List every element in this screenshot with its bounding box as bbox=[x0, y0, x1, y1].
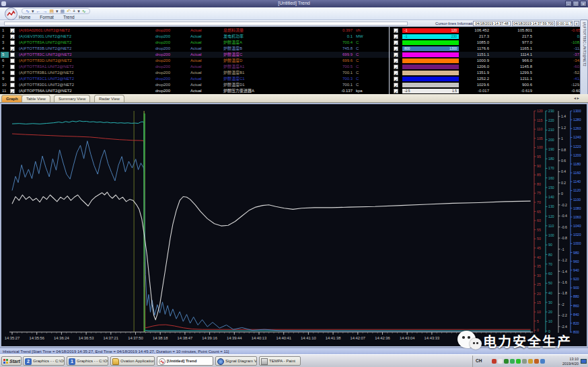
side-panel-tab[interactable]: (A)FTOTT83C.UNIT2@NET2 bbox=[580, 19, 588, 106]
scale-checkbox[interactable]: ✓ bbox=[394, 34, 398, 39]
tray-icon-flag[interactable] bbox=[498, 359, 503, 364]
table-icon[interactable]: ▦ bbox=[61, 9, 65, 14]
cursor-delta-field[interactable]: 0:00:11.7 bbox=[556, 21, 573, 26]
table-row[interactable]: 11✓(A)FTOPT56A.UNIT2@NET2drop200Actual炉膛… bbox=[0, 88, 588, 94]
tab-summary-view[interactable]: Summary View bbox=[54, 95, 90, 102]
live-trend-icon[interactable]: ∿ bbox=[82, 9, 86, 14]
maximize-button[interactable]: □ bbox=[573, 1, 579, 7]
task-button[interactable]: ∿[Untitled] Trend bbox=[157, 356, 213, 366]
row-checkbox[interactable] bbox=[10, 40, 15, 45]
table-row[interactable]: 9(A)FTOTT83C1.UNIT2@NET2drop200Actual炉膛温… bbox=[0, 76, 588, 82]
tab-scroll-arrows[interactable]: ◂ ▸ bbox=[574, 95, 579, 100]
tray-icon-blue[interactable] bbox=[540, 359, 545, 364]
scale-checkbox[interactable]: ✓ bbox=[394, 40, 398, 45]
minimize-button[interactable]: – bbox=[565, 1, 572, 7]
row-checkbox[interactable] bbox=[10, 58, 15, 63]
task-button[interactable]: Ovation Applications bbox=[110, 356, 155, 366]
y-tick-label: 1140 bbox=[573, 179, 581, 184]
dropdown-caret-icon[interactable]: ▾ bbox=[77, 9, 80, 14]
table-row[interactable]: 8(A)FTOTT83B1.UNIT2@NET2drop200Actual炉膛温… bbox=[0, 70, 588, 76]
point-name: (A)FTOTT83D1.UNIT2@NET2 bbox=[19, 82, 153, 88]
y-tick-label: -1.2 bbox=[561, 258, 567, 262]
tab-table-view[interactable]: Table View bbox=[22, 95, 50, 102]
row-checkbox[interactable] bbox=[10, 52, 15, 57]
scale-checkbox[interactable]: ✓ bbox=[394, 28, 398, 33]
menu-format[interactable]: Format bbox=[40, 15, 54, 19]
row-checkbox[interactable] bbox=[10, 71, 15, 75]
table-row[interactable]: 4✓(A)FTOTT83B.UNIT2@NET2drop200Actual炉膛温… bbox=[0, 46, 588, 52]
tray-icon-green-app[interactable] bbox=[504, 359, 509, 364]
y-tick-label: 70 bbox=[537, 200, 541, 204]
cursor1-value: 1176.6 bbox=[437, 46, 489, 52]
cursor-lines-info-label: Cursor-lines Information: bbox=[435, 22, 478, 26]
y-tick-label: 40 bbox=[537, 255, 541, 259]
scale-checkbox[interactable]: ✓ bbox=[394, 58, 398, 63]
application-menu-button[interactable] bbox=[5, 7, 17, 20]
menu-trend[interactable]: Trend bbox=[63, 15, 75, 19]
cursor2-value: 105.801 bbox=[491, 28, 532, 34]
row-checkbox[interactable]: ✓ bbox=[10, 28, 15, 33]
task-button[interactable]: TEMPA - Paint bbox=[259, 356, 301, 366]
row-checkbox[interactable] bbox=[10, 65, 15, 69]
scale-checkbox[interactable]: ✓ bbox=[394, 65, 398, 69]
y-tick-label: 880 bbox=[573, 294, 579, 298]
forward-arrow-icon[interactable]: → bbox=[42, 9, 47, 14]
start-button[interactable]: Start bbox=[1, 356, 22, 366]
scale-checkbox[interactable]: ✓ bbox=[394, 77, 398, 81]
export-icon[interactable]: ▤ bbox=[49, 9, 54, 14]
scale-checkbox[interactable]: ✓ bbox=[394, 83, 398, 87]
tray-icon-gray-ball[interactable] bbox=[522, 359, 527, 364]
undo-icon[interactable]: ↶ bbox=[67, 9, 71, 14]
table-row[interactable]: 2✓(A)GEV3T001.UNIT2@NET2drop200Actual发电机… bbox=[0, 34, 588, 40]
table-row[interactable]: 3(A)FTOTT83A.UNIT2@NET2drop200Actual炉膛温度… bbox=[0, 40, 588, 46]
taskbar-clock[interactable]: 13:10 2019/4/20 bbox=[562, 357, 579, 366]
y-tick-label: 1080 bbox=[573, 206, 581, 210]
table-row[interactable]: 5(A)FTOTT83C.UNIT2@NET2drop200Actual炉膛温度… bbox=[0, 52, 588, 58]
cursor1-time-field[interactable]: 04/18/2019 14:37:48 bbox=[473, 21, 511, 26]
y-tick-label: 1.4 bbox=[561, 114, 566, 118]
side-panel-tab-label: (A)FTOTT83C.UNIT2@NET2 bbox=[581, 22, 587, 101]
tray-icon-status[interactable] bbox=[510, 359, 515, 364]
dropdown-caret-icon[interactable]: ▾ bbox=[32, 9, 34, 14]
back-arrow-icon[interactable]: ← bbox=[36, 9, 40, 14]
task-button[interactable]: 2Graphics - - C:\Ovati... bbox=[23, 356, 65, 366]
menu-home[interactable]: Home bbox=[19, 15, 30, 19]
task-button[interactable]: Signal Diagram Viewe... bbox=[215, 356, 257, 366]
tab-graph[interactable]: Graph bbox=[1, 95, 23, 102]
tray-icon-monitor[interactable] bbox=[516, 359, 521, 364]
row-number: 2 bbox=[1, 34, 9, 40]
row-checkbox[interactable]: ✓ bbox=[10, 46, 15, 51]
row-checkbox[interactable]: ✓ bbox=[10, 34, 15, 39]
cursor-info-close-icon[interactable]: x bbox=[574, 21, 579, 26]
row-checkbox[interactable] bbox=[10, 77, 15, 81]
cursor2-value: -0.619 bbox=[491, 88, 532, 94]
point-entry-bar[interactable] bbox=[4, 22, 408, 26]
add-icon[interactable]: + bbox=[73, 9, 75, 14]
table-row[interactable]: 1✓(A)93A02601.UNIT2@NET2drop200Actual总燃料… bbox=[0, 28, 588, 34]
close-button[interactable]: × bbox=[580, 1, 587, 7]
task-button[interactable]: 1Graphics - - C:\Ovati... bbox=[67, 356, 108, 366]
cursor2-time-field[interactable]: 04/18/2019 14:37:59.700 bbox=[512, 21, 555, 26]
tray-icon-network[interactable] bbox=[534, 359, 539, 364]
point-drop: drop200 bbox=[155, 70, 188, 76]
cursor-delta-value: -41.1 bbox=[535, 76, 583, 82]
language-indicator[interactable]: CH bbox=[476, 358, 482, 363]
scale-checkbox[interactable]: ✓ bbox=[394, 71, 398, 75]
table-row[interactable]: 6(A)FTOTT83D.UNIT2@NET2drop200Actual炉膛温度… bbox=[0, 58, 588, 64]
tray-icon-gear[interactable] bbox=[528, 359, 533, 364]
trend-chart[interactable]: 14:35:2714:35:5614:36:2414:36:5314:37:21… bbox=[1, 104, 587, 346]
row-checkbox[interactable]: ✓ bbox=[10, 89, 15, 93]
scale-checkbox[interactable]: ✓ bbox=[394, 89, 398, 93]
scale-checkbox[interactable]: ✓ bbox=[394, 52, 398, 57]
cursor2-value: 1145.8 bbox=[491, 64, 532, 70]
tray-icon-alarm[interactable] bbox=[492, 359, 497, 364]
y-tick-label: 160 bbox=[548, 176, 554, 180]
table-row[interactable]: 10(A)FTOTT83D1.UNIT2@NET2drop200Actual炉膛… bbox=[0, 82, 588, 88]
folder-icon bbox=[112, 358, 119, 365]
scale-checkbox[interactable]: ✓ bbox=[394, 46, 398, 51]
table-row[interactable]: 7(A)FTOTT83A1.UNIT2@NET2drop200Actual炉膛温… bbox=[0, 64, 588, 70]
tab-radar-view[interactable]: Radar View bbox=[94, 95, 124, 102]
trend-chart-icon[interactable]: ∿ bbox=[26, 9, 30, 14]
dropdown-caret-icon[interactable]: ▾ bbox=[56, 9, 59, 14]
row-checkbox[interactable] bbox=[10, 83, 15, 87]
